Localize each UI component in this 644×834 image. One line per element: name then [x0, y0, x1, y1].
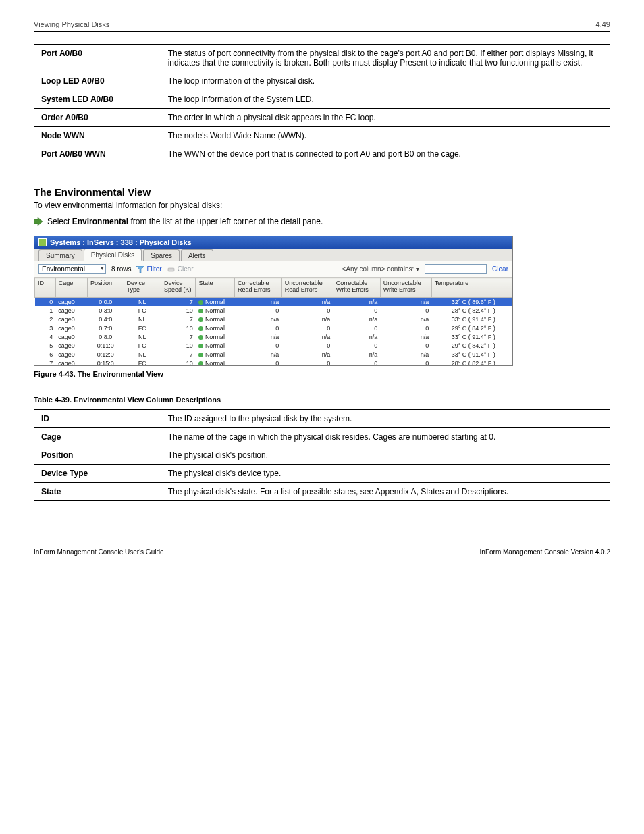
desc-cell: The name of the cage in which the physic…	[161, 428, 610, 446]
term-cell: Loop LED A0/B0	[34, 72, 161, 90]
table-row: Order A0/B0The order in which a physical…	[34, 109, 610, 127]
step-line: Select Environmental from the list at th…	[34, 217, 610, 226]
grid-row[interactable]: 5cage00:11:0FC10Normal000029° C ( 84.2° …	[35, 342, 512, 350]
footer-left: InForm Management Console User's Guide	[34, 548, 164, 556]
status-dot-icon	[198, 344, 203, 348]
column-header[interactable]: Correctable Read Errors	[234, 278, 281, 298]
screenshot-figure: Systems : InServs : 338 : Physical Disks…	[34, 236, 513, 366]
window-title: Systems : InServs : 338 : Physical Disks	[50, 238, 192, 246]
svg-marker-0	[34, 217, 43, 226]
page-footer: InForm Management Console User's Guide I…	[34, 548, 610, 556]
grid-toolbar: Environmental 8 rows Filter Clear <Any c…	[34, 261, 512, 278]
svg-rect-2	[168, 268, 174, 271]
chapter-header-left: Viewing Physical Disks	[34, 20, 109, 28]
figure-caption: Figure 4-43. The Environmental View	[34, 370, 610, 378]
table-row: CageThe name of the cage in which the ph…	[34, 428, 610, 446]
status-dot-icon	[198, 361, 203, 365]
column-header[interactable]: State	[196, 278, 235, 298]
term-cell: Cage	[34, 428, 161, 446]
term-cell: Port A0/B0 WWN	[34, 145, 161, 163]
arrow-right-icon	[34, 217, 43, 226]
grid-row[interactable]: 7cage00:15:0FC10Normal000028° C ( 82.4° …	[35, 359, 512, 366]
column-header[interactable]: Position	[88, 278, 124, 298]
tab-alerts[interactable]: Alerts	[181, 249, 213, 261]
row-count-label: 8 rows	[111, 265, 131, 273]
desc-cell: The ID assigned to the physical disk by …	[161, 410, 610, 428]
grid-row[interactable]: 0cage00:0:0NL7Normaln/an/an/an/a32° C ( …	[35, 298, 512, 307]
view-select[interactable]: Environmental	[38, 264, 106, 274]
tab-strip: SummaryPhysical DisksSparesAlerts	[34, 249, 512, 261]
desc-cell: The physical disk's device type.	[161, 465, 610, 483]
status-dot-icon	[198, 335, 203, 340]
table-row: IDThe ID assigned to the physical disk b…	[34, 410, 610, 428]
grid-row[interactable]: 4cage00:8:0NL7Normaln/an/an/an/a33° C ( …	[35, 333, 512, 342]
table-caption: Table 4-39. Environmental View Column De…	[34, 396, 610, 404]
physical-disks-grid[interactable]: IDCagePositionDevice TypeDevice Speed (K…	[34, 278, 512, 365]
column-header-spacer	[498, 278, 512, 298]
funnel-icon	[136, 266, 144, 273]
section-heading-environmental: The Environmental View	[34, 186, 610, 198]
grid-row[interactable]: 6cage00:12:0NL7Normaln/an/an/an/a33° C (…	[35, 350, 512, 359]
tab-spares[interactable]: Spares	[143, 249, 180, 261]
table-row: Device TypeThe physical disk's device ty…	[34, 465, 610, 483]
eraser-icon	[167, 266, 176, 273]
desc-cell: The loop information of the System LED.	[161, 90, 610, 109]
grid-row[interactable]: 1cage00:3:0FC10Normal000028° C ( 82.4° F…	[35, 307, 512, 315]
desc-cell: The loop information of the physical dis…	[161, 72, 610, 90]
column-header[interactable]: Correctable Write Errors	[333, 278, 380, 298]
grid-row[interactable]: 2cage00:4:0NL7Normaln/an/an/an/a33° C ( …	[35, 315, 512, 324]
chapter-header-right: 4.49	[596, 20, 610, 28]
table-row: Loop LED A0/B0The loop information of th…	[34, 72, 610, 90]
column-header[interactable]: Cage	[55, 278, 87, 298]
term-cell: ID	[34, 410, 161, 428]
column-header[interactable]: Uncorrectable Read Errors	[281, 278, 333, 298]
table-row: Port A0/B0The status of port connectivit…	[34, 45, 610, 72]
desc-cell: The node's World Wide Name (WWN).	[161, 127, 610, 145]
table-row: System LED A0/B0The loop information of …	[34, 90, 610, 109]
filter-button[interactable]: Filter	[136, 265, 161, 273]
step-text: Select Environmental from the list at th…	[47, 217, 323, 226]
clear-search-link[interactable]: Clear	[492, 265, 508, 273]
search-scope-select[interactable]: <Any column> contains: ▾	[342, 265, 420, 273]
table-row: Port A0/B0 WWNThe WWN of the device port…	[34, 145, 610, 163]
term-cell: Device Type	[34, 465, 161, 483]
desc-cell: The physical disk's position.	[161, 446, 610, 465]
term-cell: Node WWN	[34, 127, 161, 145]
env-column-desc-table: IDThe ID assigned to the physical disk b…	[34, 409, 610, 501]
search-input[interactable]	[425, 264, 487, 274]
desc-cell: The order in which a physical disk appea…	[161, 109, 610, 127]
footer-right: InForm Management Console Version 4.0.2	[480, 548, 610, 556]
window-icon	[38, 238, 47, 246]
desc-cell: The WWN of the device port that is conne…	[161, 145, 610, 163]
column-header[interactable]: Device Speed (K)	[161, 278, 196, 298]
paths-table: Port A0/B0The status of port connectivit…	[34, 44, 610, 163]
column-header[interactable]: Temperature	[431, 278, 498, 298]
column-header[interactable]: Device Type	[124, 278, 161, 298]
table-row: PositionThe physical disk's position.	[34, 446, 610, 465]
header-rule	[34, 31, 610, 32]
chapter-header: Viewing Physical Disks 4.49	[34, 20, 610, 28]
column-header[interactable]: Uncorrectable Write Errors	[380, 278, 431, 298]
status-dot-icon	[198, 309, 203, 313]
desc-cell: The status of port connectivity from the…	[161, 45, 610, 72]
status-dot-icon	[198, 353, 203, 357]
status-dot-icon	[198, 300, 203, 305]
environmental-intro: To view environmental information for ph…	[34, 201, 610, 210]
table-row: StateThe physical disk's state. For a li…	[34, 483, 610, 501]
term-cell: Position	[34, 446, 161, 465]
column-header[interactable]: ID	[35, 278, 56, 298]
term-cell: State	[34, 483, 161, 501]
term-cell: Order A0/B0	[34, 109, 161, 127]
status-dot-icon	[198, 326, 203, 331]
desc-cell: The physical disk's state. For a list of…	[161, 483, 610, 501]
status-dot-icon	[198, 317, 203, 322]
term-cell: System LED A0/B0	[34, 90, 161, 109]
clear-filter-button[interactable]: Clear	[167, 265, 194, 273]
table-row: Node WWNThe node's World Wide Name (WWN)…	[34, 127, 610, 145]
tab-summary[interactable]: Summary	[38, 249, 82, 261]
svg-marker-1	[136, 266, 144, 273]
window-titlebar: Systems : InServs : 338 : Physical Disks	[34, 236, 512, 249]
grid-row[interactable]: 3cage00:7:0FC10Normal000029° C ( 84.2° F…	[35, 324, 512, 333]
term-cell: Port A0/B0	[34, 45, 161, 72]
tab-physical-disks[interactable]: Physical Disks	[84, 249, 142, 261]
